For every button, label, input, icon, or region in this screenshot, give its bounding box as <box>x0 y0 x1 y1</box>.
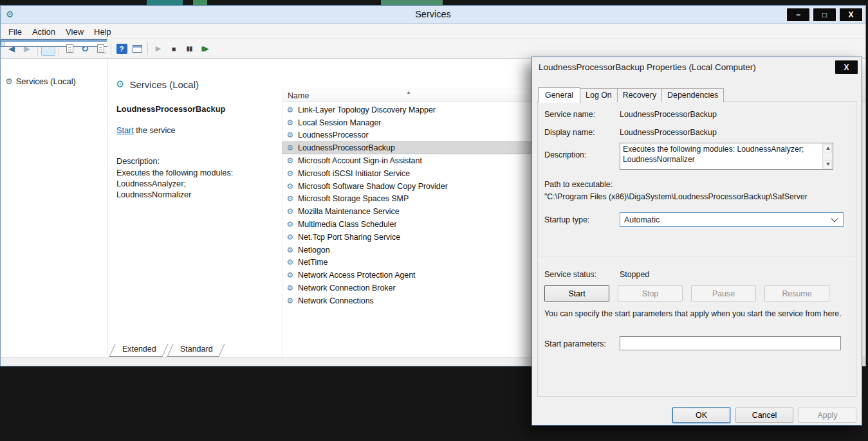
description-textbox-text: Executes the following modules: Loudness… <box>623 145 820 165</box>
play-icon: ▶ <box>156 44 161 53</box>
service-name-cell: Microsoft Software Shadow Copy Provider <box>298 182 448 191</box>
maximize-button[interactable]: □ <box>813 8 836 22</box>
service-gear-icon: ⚙ <box>286 296 295 304</box>
show-console-tree-button[interactable] <box>41 42 55 56</box>
display-name-value: LoudnessProcessorBackup <box>620 128 717 137</box>
service-gear-icon: ⚙ <box>286 258 295 267</box>
dialog-close-button[interactable]: X <box>835 60 858 75</box>
service-description-pane: LoudnessProcessorBackup Start the servic… <box>116 104 279 114</box>
close-button[interactable]: X <box>839 8 863 22</box>
display-name-label: Display name: <box>544 128 595 137</box>
startup-type-select[interactable]: Automatic <box>620 212 844 227</box>
dialog-description-label: Description: <box>544 150 586 159</box>
service-gear-icon: ⚙ <box>286 220 295 229</box>
service-action-suffix: the service <box>134 126 176 135</box>
show-action-pane-button[interactable] <box>130 42 144 56</box>
selected-service-name: LoudnessProcessorBackup <box>116 104 279 114</box>
stop-service-toolbar-button[interactable]: ■ <box>167 42 181 56</box>
minimize-button[interactable]: − <box>786 8 810 22</box>
dialog-tab-general[interactable]: General <box>538 87 580 103</box>
menu-view[interactable]: View <box>60 25 89 39</box>
chevron-down-icon <box>831 215 838 222</box>
stop-button[interactable]: Stop <box>618 285 683 302</box>
service-name-cell: Multimedia Class Scheduler <box>298 220 397 229</box>
path-value: "C:\Program Files (x86)\DigaSystem\Loudn… <box>544 192 853 201</box>
service-name-cell: Network Connection Broker <box>298 284 396 292</box>
services-node-icon: ⚙ <box>5 76 13 86</box>
service-gear-icon: ⚙ <box>286 118 295 127</box>
description-label: Description: <box>116 157 160 166</box>
menu-action[interactable]: Action <box>27 25 60 39</box>
pause-service-toolbar-button[interactable]: ▮▮ <box>182 42 196 56</box>
service-status-value: Stopped <box>620 270 649 279</box>
service-gear-icon: ⚙ <box>286 284 295 292</box>
start-button[interactable]: Start <box>544 285 609 302</box>
service-gear-icon: ⚙ <box>286 182 295 191</box>
console-tree-panel: ⚙ Services (Local) <box>1 59 107 357</box>
window-titlebar[interactable]: ⚙ Services − □ X <box>1 6 865 24</box>
service-gear-icon: ⚙ <box>286 233 295 242</box>
scroll-up-icon <box>826 147 830 150</box>
console-tree-icon <box>1 39 107 47</box>
scroll-up-button[interactable] <box>824 144 832 152</box>
stop-icon: ■ <box>172 45 176 53</box>
service-gear-icon: ⚙ <box>286 207 295 216</box>
restart-service-toolbar-button[interactable]: ▮▶ <box>198 42 212 56</box>
resume-button[interactable]: Resume <box>764 285 829 302</box>
service-name-cell: Microsoft Storage Spaces SMP <box>298 194 409 203</box>
start-parameters-help: You can specify the start parameters tha… <box>544 309 848 320</box>
help-button[interactable]: ? <box>115 42 129 56</box>
service-status-label: Service status: <box>544 270 596 279</box>
service-name-cell: Net.Tcp Port Sharing Service <box>298 233 400 242</box>
tab-standard-label: Standard <box>180 345 213 354</box>
scroll-down-button[interactable] <box>824 160 832 168</box>
apply-button[interactable]: Apply <box>799 408 856 423</box>
service-name-cell: Local Session Manager <box>298 118 382 127</box>
dialog-tab-dependencies[interactable]: Dependencies <box>661 88 724 102</box>
service-action-line: Start the service <box>116 126 176 135</box>
tab-extended[interactable]: Extended <box>109 344 169 357</box>
properties-dialog: LoudnessProcessorBackup Properties (Loca… <box>531 57 862 426</box>
service-gear-icon: ⚙ <box>286 246 295 255</box>
properties-icon <box>66 44 73 53</box>
start-parameters-input[interactable] <box>620 336 841 350</box>
service-name-cell: Mozilla Maintenance Service <box>298 207 400 216</box>
service-gear-icon: ⚙ <box>286 130 295 140</box>
description-text: Executes the following modules: Loudness… <box>116 168 279 201</box>
service-gear-icon: ⚙ <box>286 143 295 152</box>
dialog-tabs: General Log On Recovery Dependencies <box>538 87 723 102</box>
service-name-value: LoudnessProcessorBackup <box>620 110 717 119</box>
service-name-cell: Link-Layer Topology Discovery Mapper <box>298 105 436 114</box>
path-label: Path to executable: <box>544 180 613 189</box>
service-name-label: Service name: <box>544 110 595 119</box>
action-pane-icon <box>133 45 142 53</box>
description-textbox[interactable]: Executes the following modules: Loudness… <box>620 143 833 170</box>
menu-help[interactable]: Help <box>89 25 116 39</box>
content-header: ⚙ Services (Local) <box>116 78 199 90</box>
sort-ascending-icon: ▲ <box>406 89 411 95</box>
service-name-cell: Microsoft iSCSI Initiator Service <box>298 169 410 178</box>
description-scrollbar[interactable] <box>822 143 833 169</box>
tree-item-services-local[interactable]: ⚙ Services (Local) <box>2 75 106 88</box>
general-tab-page: Service name: LoudnessProcessorBackup Di… <box>537 101 856 397</box>
tab-standard[interactable]: Standard <box>167 344 225 357</box>
window-controls: − □ X <box>786 8 863 22</box>
ok-button[interactable]: OK <box>672 408 730 423</box>
pause-button[interactable]: Pause <box>691 285 756 302</box>
start-service-toolbar-button[interactable]: ▶ <box>151 42 165 56</box>
start-service-link[interactable]: Start <box>116 126 134 135</box>
export-list-icon <box>97 44 104 53</box>
cancel-button[interactable]: Cancel <box>735 408 793 423</box>
service-name-cell: Netlogon <box>298 246 330 255</box>
dialog-tab-logon[interactable]: Log On <box>580 88 618 102</box>
menu-bar: File Action View Help <box>1 24 865 39</box>
startup-type-value: Automatic <box>624 215 660 224</box>
window-title: Services <box>1 9 865 19</box>
menu-file[interactable]: File <box>3 25 27 39</box>
services-header-icon: ⚙ <box>116 78 124 90</box>
service-gear-icon: ⚙ <box>286 169 295 178</box>
content-header-label: Services (Local) <box>129 79 199 90</box>
dialog-tab-recovery[interactable]: Recovery <box>617 88 662 102</box>
view-tabs: Extended Standard <box>112 344 226 357</box>
service-name-cell: Network Connections <box>298 296 374 304</box>
